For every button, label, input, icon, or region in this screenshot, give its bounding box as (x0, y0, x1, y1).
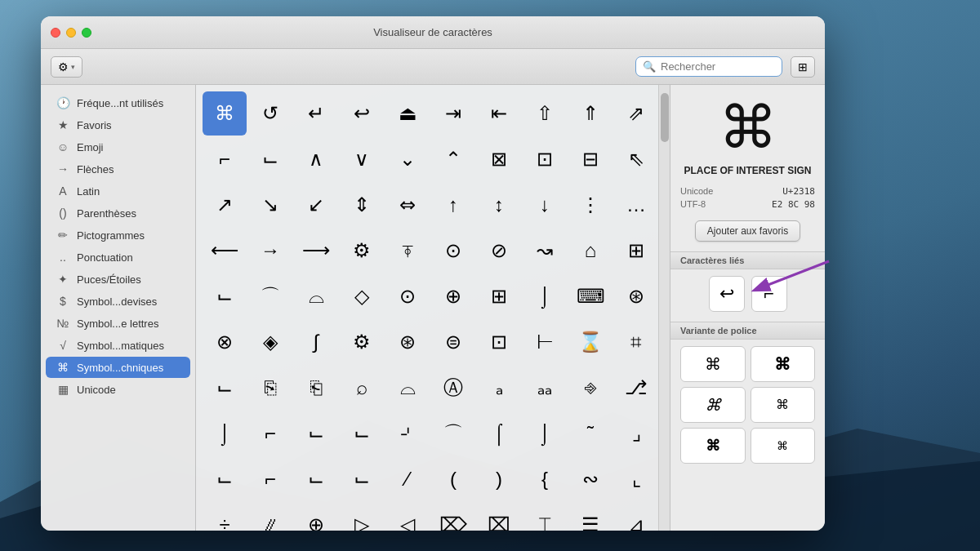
char-cell[interactable]: ⎇ (614, 366, 658, 410)
grid-view-button[interactable]: ⊞ (791, 56, 815, 78)
char-cell[interactable]: ⎆ (568, 366, 612, 410)
char-cell[interactable]: ⌙ (203, 457, 247, 501)
variant-char-item[interactable]: ⌘ (680, 387, 746, 423)
char-cell[interactable]: ⊿ (614, 503, 658, 531)
char-cell[interactable]: ↗ (203, 183, 247, 227)
sidebar-item-fleches[interactable]: → Flèches (46, 158, 190, 180)
char-cell[interactable]: ⫽ (248, 503, 292, 531)
char-cell[interactable]: ⊞ (477, 274, 521, 318)
char-cell[interactable]: ⇖ (614, 137, 658, 181)
char-cell[interactable]: ⌙ (340, 457, 384, 501)
char-cell[interactable]: ⌒ (248, 274, 292, 318)
char-cell[interactable]: ⊕ (431, 274, 475, 318)
char-cell[interactable]: ⌓ (294, 274, 338, 318)
char-cell[interactable]: ↩ (340, 91, 384, 136)
char-cell[interactable]: ⌓ (385, 366, 430, 410)
char-cell[interactable]: ⟵ (203, 229, 247, 273)
char-cell[interactable]: ⌙ (248, 137, 292, 181)
char-cell[interactable]: ⌕ (340, 366, 384, 410)
char-cell[interactable]: → (248, 229, 292, 273)
char-cell[interactable]: ⍕ (385, 229, 430, 273)
char-cell[interactable]: ⌘ (203, 91, 247, 136)
char-cell[interactable]: ⇤ (477, 91, 521, 136)
char-cell[interactable]: ⎘ (248, 366, 292, 410)
char-cell[interactable]: ↝ (523, 229, 567, 273)
sidebar-item-symbchniques[interactable]: ⌘ Symbol...chniques (46, 357, 190, 378)
char-cell[interactable]: … (614, 183, 658, 227)
char-cell[interactable]: ◁ (385, 503, 430, 531)
char-cell[interactable]: ↓ (523, 183, 567, 227)
variant-char-item[interactable]: ⌘ (751, 346, 816, 382)
char-cell[interactable]: ⊟ (568, 137, 612, 181)
sidebar-item-pictogrammes[interactable]: ✏ Pictogrammes (46, 224, 190, 246)
close-button[interactable] (51, 28, 60, 38)
char-cell[interactable]: ⌄ (385, 137, 430, 181)
char-cell[interactable]: ⎗ (294, 366, 338, 410)
char-cell[interactable]: ⇗ (614, 91, 658, 136)
char-cell[interactable]: { (523, 457, 567, 501)
related-char-item[interactable]: ⌐ (751, 276, 787, 312)
char-cell[interactable]: ∫ (294, 320, 338, 364)
char-cell[interactable]: ˜ (568, 411, 612, 455)
char-cell[interactable]: ⌃ (431, 137, 475, 181)
char-cell[interactable]: ₐ (477, 366, 521, 410)
char-cell[interactable]: ( (431, 457, 475, 501)
variant-char-item[interactable]: ⌘ (751, 428, 816, 464)
sidebar-item-symbmatiques[interactable]: √ Symbol...matiques (46, 335, 190, 356)
sidebar-item-recent[interactable]: 🕐 Fréque...nt utilisés (46, 92, 190, 113)
char-cell[interactable]: ⌙ (294, 411, 338, 455)
char-cell[interactable]: ↘ (248, 183, 292, 227)
char-cell[interactable]: ⏏ (385, 91, 430, 136)
char-cell[interactable]: ⌐ (203, 137, 247, 181)
sidebar-item-favorites[interactable]: ★ Favoris (46, 114, 190, 136)
char-cell[interactable]: ⌐ (248, 411, 292, 455)
char-cell[interactable]: ↵ (294, 91, 338, 136)
add-to-favorites-button[interactable]: Ajouter aux favoris (695, 220, 800, 242)
char-cell[interactable]: ⌙ (340, 411, 384, 455)
char-cell[interactable]: ⌡ (203, 411, 247, 455)
char-cell[interactable]: ⇥ (431, 91, 475, 136)
char-cell[interactable]: ⊕ (294, 503, 338, 531)
sidebar-item-parentheses[interactable]: () Parenthèses (46, 202, 190, 224)
char-cell[interactable]: ⌙ (203, 274, 247, 318)
char-cell[interactable]: ⌶ (523, 503, 567, 531)
search-input[interactable] (661, 60, 759, 73)
char-cell[interactable]: ⇕ (340, 183, 384, 227)
char-cell[interactable]: ⌧ (477, 503, 521, 531)
char-cell[interactable]: ⌟ (614, 411, 658, 455)
char-cell[interactable]: ⊙ (431, 229, 475, 273)
char-cell[interactable]: ↑ (431, 183, 475, 227)
sidebar-item-unicode[interactable]: ▦ Unicode (46, 379, 190, 400)
char-cell[interactable]: ∨ (340, 137, 384, 181)
char-cell[interactable]: ⊡ (523, 137, 567, 181)
char-cell[interactable]: ⊡ (477, 320, 521, 364)
sidebar-item-puces[interactable]: ✦ Puces/Étoiles (46, 269, 190, 290)
char-cell[interactable]: ☰ (568, 503, 612, 531)
char-cell[interactable]: Ⓐ (431, 366, 475, 410)
char-cell[interactable]: ▷ (340, 503, 384, 531)
char-cell[interactable]: ∧ (294, 137, 338, 181)
char-cell[interactable]: ⌂ (568, 229, 612, 273)
char-cell[interactable]: ⌙ (294, 457, 338, 501)
char-cell[interactable]: ⊛ (614, 274, 658, 318)
char-cell[interactable]: ⊜ (431, 320, 475, 364)
variant-char-item[interactable]: ⌘ (680, 428, 746, 464)
char-cell[interactable]: ⊙ (385, 274, 430, 318)
char-cell[interactable]: ↙ (294, 183, 338, 227)
char-cell[interactable]: ⌏ (385, 411, 430, 455)
char-cell[interactable]: ⊞ (614, 229, 658, 273)
char-cell[interactable]: ↺ (248, 91, 292, 136)
variant-char-item[interactable]: ⌘ (680, 346, 746, 382)
related-char-item[interactable]: ↩ (709, 276, 745, 312)
sidebar-item-symblettres[interactable]: № Symbol...e lettres (46, 313, 190, 334)
sidebar-item-emoji[interactable]: ☺ Emoji (46, 136, 190, 158)
char-cell[interactable]: ⌗ (614, 320, 658, 364)
sidebar-item-latin[interactable]: A Latin (46, 180, 190, 202)
sidebar-item-symbdevises[interactable]: $ Symbol...devises (46, 291, 190, 312)
char-cell[interactable]: ◇ (340, 274, 384, 318)
char-cell[interactable]: ) (477, 457, 521, 501)
char-cell[interactable]: ∕ (385, 457, 430, 501)
char-cell[interactable]: ⌨ (568, 274, 612, 318)
char-cell[interactable]: ÷ (203, 503, 247, 531)
char-cell[interactable]: ⇑ (568, 91, 612, 136)
